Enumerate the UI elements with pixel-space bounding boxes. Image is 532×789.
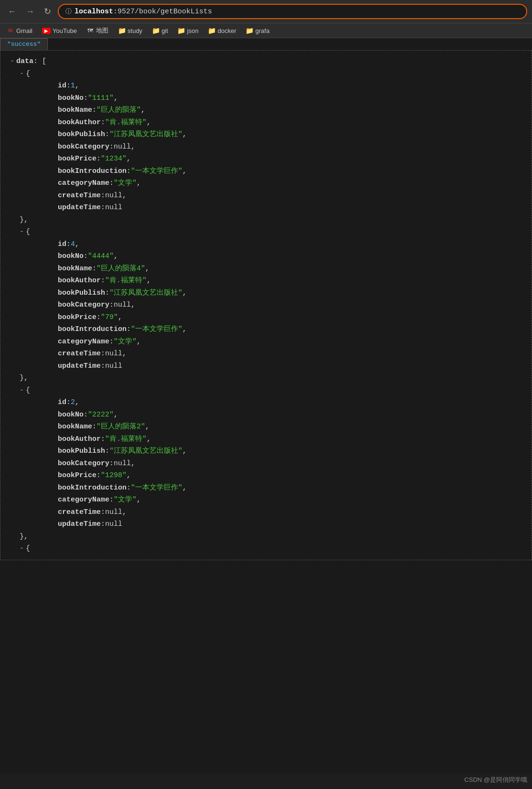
book2-fields: id: 4, bookNo: "4444", bookName: "巨人的陨落4… <box>20 238 522 373</box>
book3-bookintro: bookIntroduction: "一本文学巨作", <box>58 482 522 494</box>
book-item-3: - { id: 2, bookNo: "2222", bookName: "巨人… <box>10 384 522 543</box>
watermark: CSDN @是阿俏同学哦 <box>464 776 527 784</box>
book1-bookprice: bookPrice: "1234", <box>58 153 522 165</box>
collapse-book1[interactable]: - <box>20 68 24 80</box>
json-body: - data: [ - { id: 1, bookNo: "1111", boo… <box>0 50 532 560</box>
maps-icon: 🗺 <box>86 27 94 34</box>
address-bar[interactable]: ⓘ localhost:9527/book/getBookLists <box>58 4 527 19</box>
youtube-icon: ▶ <box>42 28 51 34</box>
json-tab-container: "success" <box>0 38 48 50</box>
book1-id: id: 1, <box>58 80 522 92</box>
book2-updatetime: updateTime: null <box>58 360 522 373</box>
bookmark-maps-label: 地图 <box>96 26 108 35</box>
folder-icon-json: 📁 <box>178 27 185 34</box>
book1-bookauthor: bookAuthor: "肯.福莱特", <box>58 117 522 129</box>
book1-bookcategory: bookCategory: null, <box>58 141 522 153</box>
folder-icon-docker: 📁 <box>208 27 216 34</box>
book3-id: id: 2, <box>58 396 522 409</box>
reload-button[interactable]: ↻ <box>41 4 54 19</box>
back-button[interactable]: ← <box>5 5 19 19</box>
book2-categoryname: categoryName: "文学", <box>58 336 522 348</box>
json-data-root: - data: [ <box>10 55 522 68</box>
browser-chrome: ← → ↻ ⓘ localhost:9527/book/getBookLists… <box>0 0 532 38</box>
book3-fields: id: 2, bookNo: "2222", bookName: "巨人的陨落2… <box>20 396 522 531</box>
bookmarks-bar: ✉ Gmail ▶ YouTube 🗺 地图 📁 study 📁 git 📁 j… <box>0 23 532 38</box>
book1-bookpublish: bookPublish: "江苏凤凰文艺出版社", <box>58 128 522 141</box>
collapse-next[interactable]: - <box>20 543 24 555</box>
tab-label: "success" <box>7 41 41 48</box>
bookmark-json[interactable]: 📁 json <box>176 26 201 35</box>
book2-bookintro: bookIntroduction: "一本文学巨作", <box>58 323 522 336</box>
url-host: localhost <box>74 8 113 16</box>
bookmark-grafa[interactable]: 📁 grafa <box>244 26 272 35</box>
folder-icon-study: 📁 <box>118 27 126 34</box>
nav-bar: ← → ↻ ⓘ localhost:9527/book/getBookLists <box>0 0 532 23</box>
url-path: :9527/book/getBookLists <box>113 8 212 16</box>
book2-id: id: 4, <box>58 238 522 251</box>
book3-open: - { <box>20 384 522 397</box>
book3-categoryname: categoryName: "文学", <box>58 494 522 506</box>
collapse-book3[interactable]: - <box>20 384 24 397</box>
book1-updatetime: updateTime: null <box>58 202 522 214</box>
book2-open: - { <box>20 226 522 238</box>
book3-close: }, <box>20 531 522 543</box>
book2-bookauthor: bookAuthor: "肯.福莱特", <box>58 275 522 287</box>
forward-button[interactable]: → <box>23 5 37 19</box>
book2-bookpublish: bookPublish: "江苏凤凰文艺出版社", <box>58 287 522 299</box>
collapse-data[interactable]: - <box>10 55 14 68</box>
book3-createtime: createTime: null, <box>58 506 522 519</box>
book1-bookno: bookNo: "1111", <box>58 92 522 105</box>
book-item-1: - { id: 1, bookNo: "1111", bookName: "巨人… <box>10 68 522 226</box>
bookmark-youtube[interactable]: ▶ YouTube <box>40 26 79 35</box>
book1-open: - { <box>20 68 522 80</box>
book3-updatetime: updateTime: null <box>58 518 522 531</box>
book2-close: }, <box>20 372 522 384</box>
info-icon: ⓘ <box>65 7 72 16</box>
book-item-next: - { <box>10 543 522 555</box>
json-content: "success" - data: [ - { id: 1, bookNo: "… <box>0 38 532 774</box>
book1-createtime: createTime: null, <box>58 190 522 202</box>
book3-bookprice: bookPrice: "1298", <box>58 469 522 482</box>
book-item-2: - { id: 4, bookNo: "4444", bookName: "巨人… <box>10 226 522 384</box>
bookmark-youtube-label: YouTube <box>53 27 77 34</box>
bookmark-json-label: json <box>187 27 199 34</box>
book1-bookintro: bookIntroduction: "一本文学巨作", <box>58 165 522 178</box>
url-text: localhost:9527/book/getBookLists <box>74 8 212 16</box>
book2-bookcategory: bookCategory: null, <box>58 299 522 311</box>
bookmark-git[interactable]: 📁 git <box>150 26 170 35</box>
bookmark-gmail-label: Gmail <box>16 27 32 34</box>
bookmark-gmail[interactable]: ✉ Gmail <box>5 26 34 35</box>
book3-bookauthor: bookAuthor: "肯.福莱特", <box>58 433 522 446</box>
book1-fields: id: 1, bookNo: "1111", bookName: "巨人的陨落"… <box>20 80 522 214</box>
gmail-icon: ✉ <box>7 27 14 34</box>
book1-bookname: bookName: "巨人的陨落", <box>58 104 522 117</box>
bookmark-study-label: study <box>128 27 142 34</box>
book3-bookname: bookName: "巨人的陨落2", <box>58 421 522 433</box>
collapse-book2[interactable]: - <box>20 226 24 238</box>
json-tab[interactable]: "success" <box>0 38 48 50</box>
book1-categoryname: categoryName: "文学", <box>58 177 522 190</box>
key-data: data <box>16 55 33 68</box>
bookmark-study[interactable]: 📁 study <box>116 26 144 35</box>
bookmark-maps[interactable]: 🗺 地图 <box>85 25 110 36</box>
book2-bookprice: bookPrice: "79", <box>58 311 522 324</box>
book1-close: }, <box>20 214 522 226</box>
bookmark-docker[interactable]: 📁 docker <box>206 26 238 35</box>
folder-icon-grafa: 📁 <box>246 27 254 34</box>
book3-bookcategory: bookCategory: null, <box>58 458 522 470</box>
book2-createtime: createTime: null, <box>58 348 522 360</box>
book3-bookno: bookNo: "2222", <box>58 409 522 421</box>
bookmark-docker-label: docker <box>218 27 236 34</box>
folder-icon-git: 📁 <box>152 27 160 34</box>
book3-bookpublish: bookPublish: "江苏凤凰文艺出版社", <box>58 445 522 458</box>
book2-bookname: bookName: "巨人的陨落4", <box>58 263 522 275</box>
book-next-open: - { <box>20 543 522 555</box>
bookmark-git-label: git <box>161 27 168 34</box>
book2-bookno: bookNo: "4444", <box>58 250 522 263</box>
bookmark-grafa-label: grafa <box>255 27 270 34</box>
